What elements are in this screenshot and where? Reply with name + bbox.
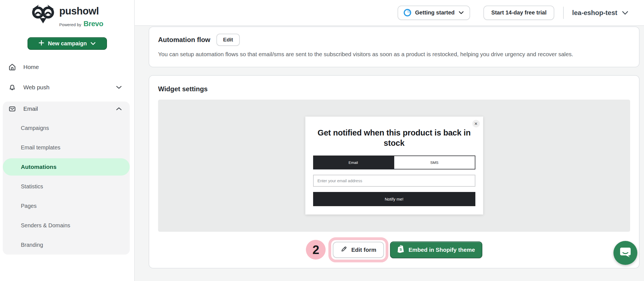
chevron-down-icon: [622, 9, 628, 17]
chevron-down-icon: [116, 84, 122, 91]
edit-form-label: Edit form: [351, 247, 376, 253]
start-trial-button[interactable]: Start 14-day free trial: [483, 6, 554, 20]
chat-bubble-icon: [619, 247, 631, 259]
embed-shopify-label: Embed in Shopify theme: [408, 247, 475, 253]
widget-preview-panel: ✕ Get notified when this product is back…: [158, 100, 630, 232]
sidebar-item-web-push[interactable]: Web push: [0, 81, 134, 93]
top-header: Getting started Start 14-day free trial …: [135, 0, 644, 26]
mail-icon: [8, 105, 16, 113]
tab-email[interactable]: Email: [313, 156, 394, 169]
brand-name: pushowl: [59, 6, 103, 16]
shopify-bag-icon: S: [397, 245, 405, 255]
getting-started-label: Getting started: [415, 9, 455, 16]
main-area: Getting started Start 14-day free trial …: [135, 0, 644, 281]
close-icon[interactable]: ✕: [472, 120, 480, 127]
powered-by-label: Powered by: [59, 22, 81, 27]
brand-logo: pushowl Powered by Brevo: [0, 3, 134, 28]
owl-icon: [31, 3, 55, 29]
getting-started-button[interactable]: Getting started: [398, 6, 470, 20]
chevron-down-icon: [90, 40, 96, 47]
sidebar-item-label: Email: [23, 105, 38, 112]
content-area: Automation flow Edit You can setup autom…: [135, 26, 644, 281]
automation-flow-card: Automation flow Edit You can setup autom…: [149, 26, 640, 67]
plus-icon: [38, 40, 44, 47]
sidebar-item-automations[interactable]: Automations: [3, 158, 130, 176]
brand-text: pushowl Powered by Brevo: [59, 6, 103, 28]
account-menu[interactable]: lea-eshop-test: [572, 9, 630, 17]
notify-me-button[interactable]: Notify me!: [313, 192, 475, 206]
embed-shopify-button[interactable]: S Embed in Shopify theme: [390, 241, 482, 258]
home-icon: [8, 63, 16, 71]
tab-sms[interactable]: SMS: [394, 156, 475, 169]
email-submenu: Campaigns Email templates Automations St…: [3, 118, 130, 255]
sidebar-item-statistics[interactable]: Statistics: [3, 177, 130, 196]
widget-email-input[interactable]: [313, 175, 475, 187]
automation-flow-description: You can setup automation flows so that e…: [158, 50, 630, 59]
chevron-down-icon: [458, 9, 464, 16]
account-name: lea-eshop-test: [572, 9, 617, 17]
sidebar-item-campaigns[interactable]: Campaigns: [3, 118, 130, 138]
email-section: Email Campaigns Email templates Automati…: [3, 102, 130, 255]
pencil-icon: [341, 246, 347, 254]
app-window: pushowl Powered by Brevo New campaign: [0, 0, 644, 281]
sidebar-item-senders-domains[interactable]: Senders & Domains: [3, 216, 130, 235]
sidebar-item-branding[interactable]: Branding: [3, 235, 130, 255]
new-campaign-button[interactable]: New campaign: [28, 37, 107, 50]
chat-launcher-button[interactable]: [613, 241, 637, 265]
sidebar-item-email[interactable]: Email: [3, 103, 130, 115]
edit-form-button[interactable]: Edit form: [333, 242, 384, 258]
widget-settings-title: Widget settings: [158, 85, 630, 93]
sidebar-item-pages[interactable]: Pages: [3, 196, 130, 216]
widget-heading: Get notified when this product is back i…: [314, 128, 475, 148]
svg-text:S: S: [400, 247, 402, 252]
new-campaign-label: New campaign: [48, 40, 87, 47]
brevo-wordmark: Brevo: [84, 19, 103, 28]
step-2-badge: 2: [306, 240, 326, 260]
header-divider: [563, 7, 564, 19]
widget-preview-popup: ✕ Get notified when this product is back…: [305, 117, 483, 215]
automation-flow-title: Automation flow: [158, 36, 210, 44]
widget-channel-tabs: Email SMS: [313, 156, 475, 169]
progress-circle-icon: [404, 9, 411, 16]
bell-icon: [8, 83, 16, 91]
sidebar: pushowl Powered by Brevo New campaign: [0, 0, 135, 281]
automation-flow-edit-button[interactable]: Edit: [216, 34, 240, 46]
widget-actions-row: 2 Edit form: [158, 232, 630, 268]
sidebar-item-label: Web push: [23, 84, 49, 91]
sidebar-nav: Home Web push: [0, 61, 134, 255]
widget-settings-card: Widget settings ✕ Get notified when this…: [149, 75, 640, 268]
sidebar-item-label: Home: [23, 64, 39, 70]
sidebar-item-email-templates[interactable]: Email templates: [3, 138, 130, 157]
chevron-up-icon: [116, 105, 122, 112]
sidebar-item-home[interactable]: Home: [0, 61, 134, 73]
edit-form-highlight-ring: Edit form: [328, 237, 388, 262]
